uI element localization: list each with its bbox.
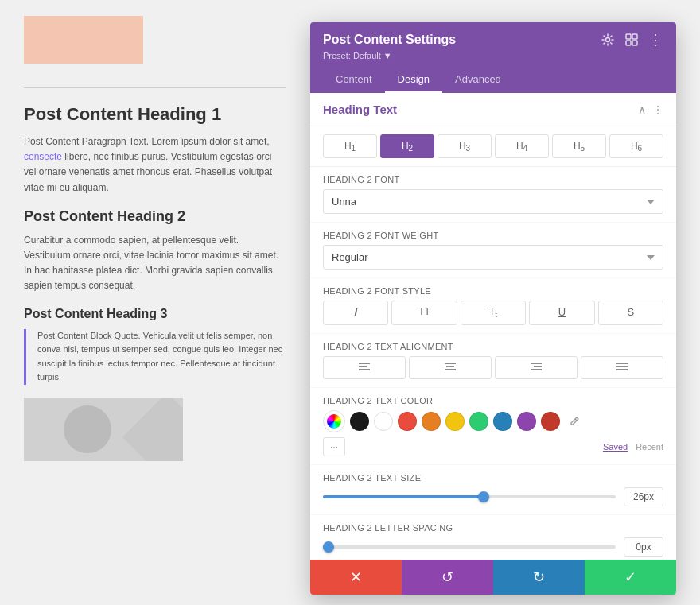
font-style-buttons: I TT Tt U S — [323, 301, 663, 324]
settings-panel: Post Content Settings ⋮ — [310, 22, 676, 595]
text-size-value[interactable]: 26px — [624, 487, 663, 506]
section-title: Heading Text — [323, 103, 397, 116]
page-paragraph-2: Curabitur a commodo sapien, at pellentes… — [24, 233, 286, 294]
panel-header-top: Post Content Settings ⋮ — [323, 32, 663, 48]
panel-header-icons: ⋮ — [600, 32, 663, 48]
color-tab-recent[interactable]: Recent — [636, 442, 663, 452]
undo-icon: ↺ — [441, 568, 453, 586]
heading-tab-h5[interactable]: H5 — [552, 134, 606, 158]
font-group: Heading 2 Font Unna — [310, 167, 676, 223]
heading-tab-h3[interactable]: H3 — [438, 134, 492, 158]
style-btn-italic[interactable]: I — [323, 301, 388, 324]
color-saved-recent-tabs: Saved Recent — [603, 442, 663, 452]
blockquote-text: Post Content Block Quote. Vehicula velit… — [37, 329, 286, 385]
redo-button[interactable]: ↻ — [493, 560, 585, 595]
style-btn-capitalize[interactable]: Tt — [461, 301, 526, 324]
color-footer: ··· Saved Recent — [323, 437, 663, 456]
panel-footer: ✕ ↺ ↻ ✓ — [310, 560, 676, 595]
cancel-button[interactable]: ✕ — [310, 560, 402, 595]
letter-spacing-value[interactable]: 0px — [624, 537, 663, 557]
heading-tab-h6[interactable]: H6 — [609, 134, 663, 158]
text-size-group: Heading 2 Text Size 26px — [310, 465, 676, 515]
redo-icon: ↻ — [533, 568, 545, 586]
text-align-group: Heading 2 Text Alignment — [310, 334, 676, 388]
style-btn-uppercase[interactable]: TT — [391, 301, 457, 324]
text-size-label: Heading 2 Text Size — [323, 473, 663, 483]
undo-button[interactable]: ↺ — [402, 560, 493, 595]
panel-preset[interactable]: Preset: Default ▼ — [323, 51, 663, 60]
expand-icon[interactable] — [624, 32, 640, 48]
text-size-thumb[interactable] — [478, 491, 489, 502]
save-icon: ✓ — [624, 568, 636, 586]
tab-design[interactable]: Design — [385, 67, 442, 93]
font-weight-group: Heading 2 Font Weight Regular — [310, 223, 676, 278]
color-swatch-dark-red[interactable] — [541, 412, 560, 431]
font-label: Heading 2 Font — [323, 175, 663, 184]
color-picker-button[interactable] — [323, 410, 345, 432]
color-swatch-green[interactable] — [469, 412, 488, 431]
color-swatch-white[interactable] — [374, 412, 393, 431]
letter-spacing-thumb[interactable] — [323, 541, 334, 553]
image-placeholder — [24, 398, 183, 461]
color-label: Heading 2 Text Color — [323, 396, 663, 405]
color-swatch-red[interactable] — [398, 412, 417, 431]
heading-tab-h4[interactable]: H4 — [495, 134, 549, 158]
align-left-btn[interactable] — [323, 356, 406, 379]
more-options-icon[interactable]: ⋮ — [648, 32, 663, 48]
letter-spacing-track[interactable] — [323, 545, 616, 549]
divider — [24, 87, 286, 88]
section-more-icon[interactable]: ⋮ — [652, 103, 663, 116]
style-btn-strikethrough[interactable]: S — [598, 301, 663, 324]
page-heading-2: Post Content Heading 2 — [24, 208, 286, 225]
text-size-fill — [323, 495, 484, 498]
color-swatch-purple[interactable] — [517, 412, 536, 431]
text-size-track[interactable] — [323, 495, 616, 498]
style-btn-underline[interactable]: U — [529, 301, 594, 324]
align-justify-btn[interactable] — [581, 356, 663, 379]
panel-title: Post Content Settings — [323, 33, 456, 47]
font-weight-label: Heading 2 Font Weight — [323, 231, 663, 240]
text-align-label: Heading 2 Text Alignment — [323, 342, 663, 351]
cancel-icon: ✕ — [350, 568, 362, 586]
section-heading: Heading Text ∧ ⋮ — [310, 93, 676, 126]
svg-point-0 — [606, 38, 610, 42]
svg-rect-4 — [632, 41, 637, 45]
color-swatch-yellow[interactable] — [445, 412, 465, 431]
color-picker-wheel — [327, 414, 341, 429]
page-content-area: Post Content Heading 1 Post Content Para… — [0, 0, 310, 477]
blockquote: Post Content Block Quote. Vehicula velit… — [24, 329, 286, 385]
font-select[interactable]: Unna — [323, 189, 663, 214]
page-paragraph-1: Post Content Paragraph Text. Lorem ipsum… — [24, 134, 286, 196]
color-row — [323, 410, 663, 432]
section-icons: ∧ ⋮ — [638, 103, 663, 116]
panel-body: Heading Text ∧ ⋮ H1 H2 H3 H4 H5 H6 Headi… — [310, 93, 676, 560]
settings-icon[interactable] — [600, 32, 616, 48]
font-style-label: Heading 2 Font Style — [323, 286, 663, 296]
collapse-icon[interactable]: ∧ — [638, 103, 646, 116]
letter-spacing-group: Heading 2 Letter Spacing 0px — [310, 515, 676, 560]
color-edit-icon[interactable] — [565, 412, 584, 431]
page-heading-3: Post Content Heading 3 — [24, 307, 286, 321]
color-swatch-orange[interactable] — [422, 412, 441, 431]
heading-type-tabs: H1 H2 H3 H4 H5 H6 — [310, 126, 676, 167]
letter-spacing-slider-row: 0px — [323, 537, 663, 557]
tab-content[interactable]: Content — [323, 67, 385, 93]
decorative-pink-block — [24, 16, 143, 64]
panel-header: Post Content Settings ⋮ — [310, 22, 676, 93]
color-more-button[interactable]: ··· — [323, 437, 345, 456]
font-weight-select[interactable]: Regular — [323, 245, 663, 270]
svg-rect-1 — [626, 34, 631, 39]
tab-advanced[interactable]: Advanced — [442, 67, 514, 93]
svg-rect-2 — [632, 34, 637, 39]
letter-spacing-label: Heading 2 Letter Spacing — [323, 523, 663, 533]
color-swatch-blue[interactable] — [493, 412, 512, 431]
color-tab-saved[interactable]: Saved — [603, 442, 628, 452]
align-center-btn[interactable] — [409, 356, 492, 379]
save-button[interactable]: ✓ — [585, 560, 676, 595]
paragraph-link[interactable]: consecte — [24, 151, 62, 162]
heading-tab-h2[interactable]: H2 — [380, 134, 434, 158]
align-right-btn[interactable] — [495, 356, 578, 379]
heading-tab-h1[interactable]: H1 — [323, 134, 377, 158]
svg-line-17 — [575, 419, 577, 421]
color-swatch-black[interactable] — [350, 412, 369, 431]
